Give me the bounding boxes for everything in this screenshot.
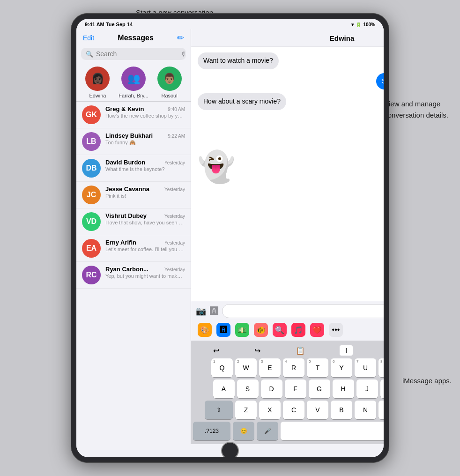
conv-time: Yesterday: [164, 160, 185, 165]
key-space[interactable]: [281, 422, 384, 440]
conv-item-vishrut[interactable]: VD Vishrut Dubey Yesterday I love that s…: [76, 208, 191, 235]
search-bar[interactable]: 🔍 🎙: [81, 48, 186, 60]
status-icons: ▾ 🔋 100%: [351, 22, 375, 27]
key-u[interactable]: 7U: [355, 358, 376, 377]
sidebar: Edit Messages ✏ 🔍 🎙 👩🏿 Edw: [76, 29, 191, 444]
search-icon[interactable]: 🔍: [273, 323, 287, 337]
conv-time: 9:40 AM: [168, 107, 185, 112]
key-shift[interactable]: ⇧: [205, 401, 233, 419]
wifi-icon: ▾: [351, 22, 354, 27]
cash-app-icon[interactable]: 💵: [235, 323, 249, 337]
compose-button[interactable]: ✏: [177, 33, 184, 43]
key-v[interactable]: V: [307, 401, 328, 419]
conv-item-erny[interactable]: EA Erny Arifin Yesterday Let's meet for …: [76, 235, 191, 262]
music-icon[interactable]: 🎵: [291, 323, 305, 337]
game-icon[interactable]: 🐠: [254, 323, 268, 337]
messages-title: Messages: [118, 34, 154, 42]
undo-icon[interactable]: ↩: [213, 346, 219, 355]
key-y[interactable]: 6Y: [331, 358, 352, 377]
key-x[interactable]: X: [259, 401, 281, 419]
autocorrect-i[interactable]: I: [340, 345, 353, 356]
battery-percent: 100%: [363, 22, 375, 27]
pinned-contact-rasoul[interactable]: 👨🏽 Rasoul: [157, 67, 182, 98]
conv-preview: I love that show, have you seen the late…: [105, 220, 185, 225]
key-j[interactable]: J: [356, 379, 378, 398]
conv-avatar-ryan: RC: [82, 266, 101, 284]
key-q[interactable]: 1Q: [211, 358, 233, 377]
key-h[interactable]: H: [333, 379, 354, 398]
key-s[interactable]: S: [237, 379, 259, 398]
key-r[interactable]: 4R: [283, 358, 304, 377]
conv-preview: What time is the keynote?: [105, 166, 185, 172]
conv-name: David Burdon: [105, 159, 145, 166]
key-w[interactable]: 2W: [235, 358, 257, 377]
pinned-contact-edwina[interactable]: 👩🏿 Edwina: [85, 67, 110, 98]
key-n[interactable]: N: [355, 401, 376, 419]
conv-item-greg-kevin[interactable]: GK Greg & Kevin 9:40 AM How's the new co…: [76, 102, 191, 128]
key-e[interactable]: 3E: [259, 358, 281, 377]
message-row: How about a scary movie?: [198, 93, 384, 110]
key-g[interactable]: G: [309, 379, 330, 398]
key-d[interactable]: D: [261, 379, 282, 398]
key-numbers[interactable]: .?123: [193, 422, 230, 440]
app-store-icon[interactable]: 🅰: [216, 323, 230, 337]
home-button[interactable]: [221, 442, 239, 457]
message-row: 👻: [198, 150, 384, 183]
message-input[interactable]: [222, 304, 384, 318]
key-t[interactable]: 5T: [307, 358, 328, 377]
message-row: 😱: [198, 114, 384, 147]
keyboard: ↩ ↪ 📋 I The That 1Q 2W 3E 4R: [191, 341, 384, 444]
message-row: Sure! That sounds good to me 🍿: [198, 73, 384, 90]
conv-name: Erny Arifin: [105, 239, 136, 246]
camera-button[interactable]: 📷: [196, 306, 206, 316]
key-i[interactable]: 8I: [378, 358, 384, 377]
key-c[interactable]: C: [283, 401, 304, 419]
conv-item-ryan[interactable]: RC Ryan Carbon... Yesterday Yep, but you…: [76, 262, 191, 289]
redo-icon[interactable]: ↪: [254, 346, 260, 355]
apps-button[interactable]: 🅰: [210, 306, 218, 316]
message-row: Want to watch a movie?: [198, 52, 384, 69]
emoji-message: 👻: [198, 150, 235, 183]
key-k[interactable]: K: [380, 379, 384, 398]
keyboard-row-3: ⇧ Z X C V B N M ! ? ⇧: [193, 401, 384, 419]
message-row: Let's do it! Delivered: [198, 187, 384, 208]
paste-icon[interactable]: 📋: [296, 346, 305, 355]
pinned-avatar-edwina: 👩🏿: [85, 67, 110, 91]
conv-preview: Yep, but you might want to make it a sur…: [105, 273, 185, 279]
chat-header: Edwina › 📹: [191, 29, 384, 47]
key-m[interactable]: M: [378, 401, 384, 419]
key-f[interactable]: F: [285, 379, 306, 398]
pinned-avatar-farrah: 👥: [121, 67, 146, 91]
conv-preview: Too funny 🙈: [105, 140, 185, 146]
heart-icon[interactable]: ❤️: [310, 323, 324, 337]
conv-item-lindsey[interactable]: LB Lindsey Bukhari 9:22 AM Too funny 🙈: [76, 128, 191, 155]
edit-button[interactable]: Edit: [83, 34, 94, 42]
key-mic[interactable]: 🎤: [257, 422, 278, 440]
key-b[interactable]: B: [331, 401, 352, 419]
conv-item-jesse[interactable]: JC Jesse Cavanna Yesterday Pink it is!: [76, 182, 191, 208]
pinned-contact-farrah[interactable]: 👥 Farrah, Bry...: [119, 67, 148, 98]
app-icons-row: 🎨 🅰 💵 🐠 🔍 🎵 ❤️ •••: [196, 322, 384, 338]
search-input[interactable]: [96, 50, 178, 58]
key-a[interactable]: A: [213, 379, 235, 398]
message-bubble: How about a scary movie?: [198, 93, 286, 110]
photos-app-icon[interactable]: 🎨: [198, 323, 212, 337]
key-emoji[interactable]: 😊: [233, 422, 254, 440]
conv-time: Yesterday: [164, 240, 185, 245]
battery-icon: 🔋: [356, 22, 361, 27]
conversation-list: GK Greg & Kevin 9:40 AM How's the new co…: [76, 102, 191, 444]
outer-container: Start a new conversation. View and manag…: [0, 0, 460, 476]
conv-name: Lindsey Bukhari: [105, 132, 153, 139]
conv-name: Greg & Kevin: [105, 105, 144, 112]
conv-preview: How's the new coffee shop by you guys?: [105, 113, 185, 119]
key-z[interactable]: Z: [235, 401, 257, 419]
message-bubble: Want to watch a movie?: [198, 52, 279, 69]
keyboard-row-2: A S D F G H J K L return: [193, 379, 384, 398]
conv-item-david[interactable]: DB David Burdon Yesterday What time is t…: [76, 155, 191, 182]
chat-messages: Want to watch a movie? Sure! That sounds…: [191, 47, 384, 301]
more-apps-icon[interactable]: •••: [329, 323, 343, 337]
imessage-bar: 📷 🅰 ↑ 🎨 🅰 💵 🐠 🔍 🎵 ❤️: [191, 301, 384, 341]
keyboard-bottom-row: .?123 😊 🎤 .?123 ✒ ⌨: [193, 422, 384, 440]
conv-avatar-vishrut: VD: [82, 212, 101, 231]
main-area: Edit Messages ✏ 🔍 🎙 👩🏿 Edw: [76, 29, 384, 444]
